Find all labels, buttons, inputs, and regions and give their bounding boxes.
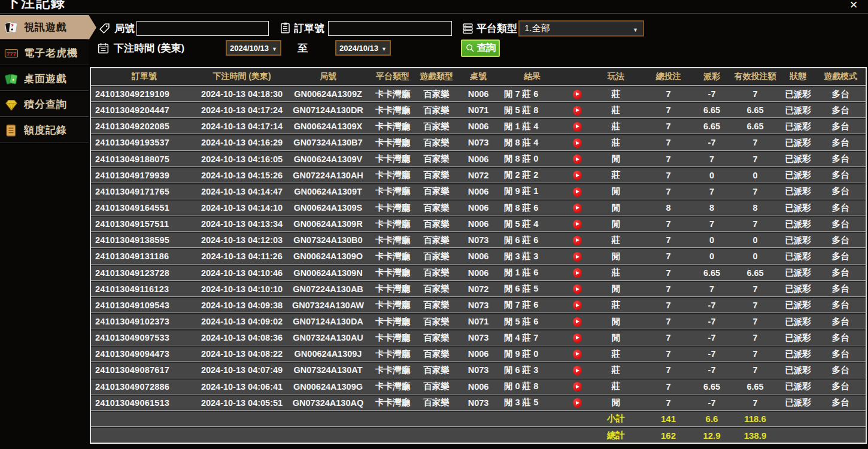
- status-cell: 已派彩: [781, 397, 815, 408]
- table-number-cell: N073: [457, 138, 499, 147]
- platform-cell: 卡卡灣廳: [370, 137, 415, 148]
- order-number-cell: 241013049202085: [91, 122, 198, 131]
- round-number-cell: GN07124A130DR: [286, 105, 370, 115]
- status-cell: 已派彩: [781, 186, 815, 197]
- bet-time-cell: 2024-10-13 04:14:47: [198, 187, 286, 196]
- search-button[interactable]: 查詢: [461, 40, 500, 57]
- platform-cell: 卡卡灣廳: [370, 332, 415, 344]
- play-video-button[interactable]: [573, 366, 582, 375]
- game-mode-cell: 多台: [815, 348, 866, 360]
- play-video-button[interactable]: [573, 301, 582, 310]
- play-video-button[interactable]: [573, 317, 582, 327]
- play-video-button[interactable]: [573, 187, 582, 197]
- total-bet-cell: 7: [643, 284, 694, 294]
- play-video-button[interactable]: [573, 106, 582, 116]
- platform-cell: 卡卡灣廳: [370, 202, 415, 214]
- table-number-cell: N006: [457, 349, 499, 359]
- game-type-cell: 百家樂: [415, 332, 457, 344]
- total-bet-cell: 7: [643, 398, 694, 408]
- bet-time-cell: 2024-10-13 04:06:41: [198, 382, 286, 392]
- valid-bet-cell: 6.65: [730, 105, 781, 115]
- play-video-button[interactable]: [573, 252, 582, 262]
- order-input[interactable]: [328, 21, 452, 36]
- play-video-button[interactable]: [573, 333, 582, 343]
- play-video-button[interactable]: [573, 122, 582, 132]
- bet-on-cell: 莊: [589, 169, 643, 181]
- bet-on-cell: 莊: [589, 299, 643, 311]
- platform-cell: 卡卡灣廳: [370, 397, 415, 408]
- bet-on-cell: 閒: [589, 316, 643, 327]
- bet-time-cell: 2024-10-13 04:13:34: [198, 219, 286, 229]
- play-cell: [565, 333, 589, 343]
- date-to-picker[interactable]: 2024/10/13: [335, 40, 391, 56]
- play-cell: [565, 381, 589, 392]
- total-row: 總計16212.9138.9: [91, 427, 866, 443]
- round-number-cell: GN07224A130AH: [286, 171, 370, 180]
- sidebar-item[interactable]: 積分查詢: [0, 92, 89, 118]
- play-video-button[interactable]: [573, 90, 582, 99]
- table-row: 2410130491799392024-10-13 04:15:26GN0722…: [91, 167, 866, 183]
- play-video-button[interactable]: [573, 284, 582, 294]
- result-cell: 閒 8 莊 0: [499, 153, 565, 165]
- order-number-cell: 241013049193537: [91, 138, 198, 147]
- table-row: 2410130492044472024-10-13 04:17:24GN0712…: [91, 102, 866, 118]
- sidebar-item[interactable]: 額度記錄: [0, 118, 89, 144]
- valid-bet-cell: 8: [730, 203, 781, 213]
- result-cell: 閒 8 莊 4: [499, 137, 565, 148]
- payout-cell: 6.65: [694, 122, 730, 131]
- payout-cell: -7: [694, 398, 730, 408]
- bet-on-cell: 閒: [589, 283, 643, 295]
- result-cell: 閒 1 莊 6: [499, 267, 565, 278]
- result-cell: 閒 2 莊 2: [499, 169, 565, 181]
- result-cell: 閒 5 莊 8: [499, 105, 565, 116]
- platform-cell: 卡卡灣廳: [370, 169, 415, 181]
- play-video-button[interactable]: [573, 398, 582, 408]
- status-cell: 已派彩: [781, 283, 815, 295]
- play-video-button[interactable]: [573, 350, 582, 359]
- status-cell: 已派彩: [781, 316, 815, 327]
- play-video-button[interactable]: [573, 154, 582, 164]
- bet-time-cell: 2024-10-13 04:08:36: [198, 333, 286, 342]
- play-video-button[interactable]: [573, 268, 582, 278]
- subtotal-row: 小計1416.6118.6: [91, 411, 866, 427]
- play-video-button[interactable]: [573, 138, 582, 148]
- bet-time-cell: 2024-10-13 04:17:24: [198, 105, 286, 115]
- game-mode-cell: 多台: [815, 219, 866, 230]
- total-bet-cell: 7: [643, 333, 694, 342]
- payout-cell: 0: [694, 235, 730, 245]
- order-number-cell: 241013049188075: [91, 154, 198, 164]
- table-number-cell: N006: [457, 154, 499, 164]
- order-number-cell: 241013049061513: [91, 398, 198, 408]
- status-cell: 已派彩: [781, 332, 815, 344]
- game-mode-cell: 多台: [815, 89, 866, 100]
- game-type-cell: 百家樂: [415, 169, 457, 181]
- round-input[interactable]: [136, 21, 269, 36]
- result-cell: 閒 0 莊 8: [499, 381, 565, 392]
- bet-on-cell: 莊: [589, 381, 643, 392]
- payout-cell: -7: [694, 365, 730, 375]
- payout-cell: 0: [694, 251, 730, 261]
- sidebar-item[interactable]: ♦桌面遊戲: [0, 66, 89, 92]
- result-cell: 閒 5 莊 6: [499, 316, 565, 327]
- order-number-cell: 241013049219109: [91, 89, 198, 99]
- table-row: 2410130492020852024-10-13 04:17:14GN0062…: [91, 118, 866, 134]
- total-row-valid-bet: 138.9: [730, 430, 781, 441]
- play-video-button[interactable]: [573, 204, 582, 213]
- play-video-button[interactable]: [573, 236, 582, 245]
- chevron-down-icon: [272, 44, 277, 53]
- valid-bet-cell: 7: [730, 317, 781, 326]
- bet-on-cell: 莊: [589, 137, 643, 148]
- sidebar-item-label: 積分查詢: [24, 98, 67, 111]
- game-mode-cell: 多台: [815, 121, 866, 132]
- game-type-cell: 百家樂: [415, 105, 457, 116]
- play-video-button[interactable]: [573, 220, 582, 229]
- chevron-down-icon: [633, 23, 638, 34]
- date-from-picker[interactable]: 2024/10/13: [226, 40, 281, 56]
- platform-type-select[interactable]: 1.全部: [518, 20, 644, 37]
- round-number-cell: GN00624A1309X: [286, 122, 370, 131]
- column-header: 結果: [499, 71, 565, 82]
- play-video-button[interactable]: [573, 382, 582, 392]
- payout-cell: 7: [694, 187, 730, 196]
- play-video-button[interactable]: [573, 171, 582, 180]
- round-number-cell: GN00624A1309S: [286, 203, 370, 213]
